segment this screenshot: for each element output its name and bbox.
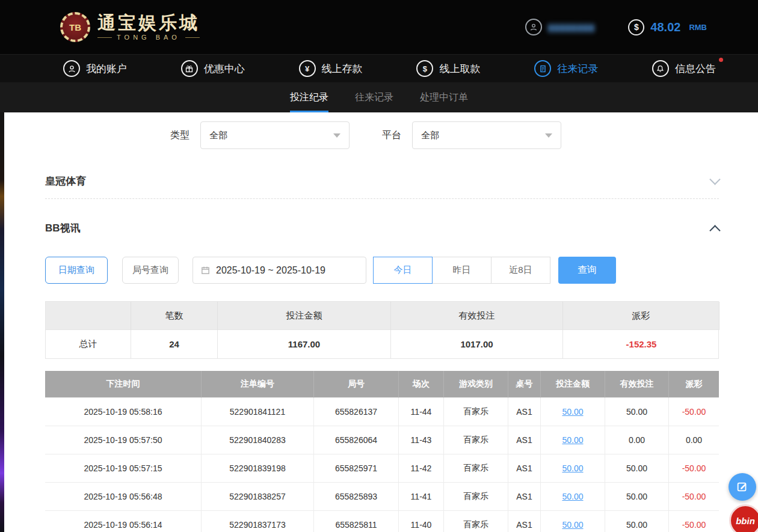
- gift-icon: [181, 60, 198, 77]
- valid-bet-cell: 50.00: [605, 511, 669, 532]
- table-no-cell: AS1: [508, 426, 541, 454]
- bet-records-table: 下注时间 注单编号 局号 场次 游戏类别 桌号 投注金额 有效投注 派彩 202…: [45, 371, 719, 532]
- table-row: 2025-10-19 05:56:14 522901837173 6558258…: [45, 511, 719, 532]
- query-toolbar: 日期查询 局号查询 2025-10-19 ~ 2025-10-19 今日 昨日 …: [45, 257, 719, 284]
- bet-time-cell: 2025-10-19 05:57:15: [45, 454, 202, 483]
- summary-bet-value: 1167.00: [218, 330, 391, 358]
- nav-item-deposit[interactable]: ¥ 线上存款: [299, 60, 363, 77]
- summary-header-valid: 有效投注: [391, 302, 563, 330]
- section-crown-sports: 皇冠体育: [45, 174, 719, 188]
- table-no-cell: AS1: [508, 454, 541, 483]
- table-row: 2025-10-19 05:56:48 522901838257 6558258…: [45, 483, 719, 511]
- last-8-days-button[interactable]: 近8日: [491, 257, 550, 284]
- platform-select-value: 全部: [421, 130, 439, 141]
- bet-amount-link[interactable]: 50.00: [541, 398, 605, 426]
- yesterday-button[interactable]: 昨日: [432, 257, 491, 284]
- type-select[interactable]: 全部: [200, 121, 350, 149]
- section-title-crown-sports: 皇冠体育: [45, 174, 86, 188]
- game-type-cell: 百家乐: [444, 426, 508, 454]
- customer-service-chat-button[interactable]: [729, 473, 756, 501]
- order-id-cell: 522901837173: [202, 511, 314, 532]
- section-title-bb-video: BB视讯: [45, 221, 81, 235]
- nav-label: 我的账户: [86, 62, 127, 76]
- bet-time-cell: 2025-10-19 05:56:14: [45, 511, 202, 532]
- balance-amount: 48.02: [650, 20, 680, 34]
- valid-bet-cell: 0.00: [605, 426, 669, 454]
- type-filter-label: 类型: [170, 129, 190, 142]
- chevron-down-icon: [333, 133, 340, 138]
- date-range-input[interactable]: 2025-10-19 ~ 2025-10-19: [193, 257, 366, 284]
- col-header-table-no: 桌号: [508, 371, 541, 398]
- payout-cell: 0.00: [669, 426, 719, 454]
- table-row: 2025-10-19 05:57:50 522901840283 6558260…: [45, 426, 719, 454]
- nav-label: 线上取款: [439, 62, 480, 76]
- round-query-button[interactable]: 局号查询: [122, 257, 179, 284]
- chip-text: TB: [69, 22, 81, 32]
- brand-logo[interactable]: TB 通宝娱乐城 TONG BAO: [60, 12, 200, 42]
- payout-cell: -50.00: [669, 511, 719, 532]
- nav-label: 往来记录: [557, 62, 598, 76]
- summary-header-row: 笔数 投注金额 有效投注 派彩: [46, 302, 718, 330]
- withdraw-coin-icon: $: [416, 60, 433, 77]
- content-area: 类型 全部 平台 全部 皇冠体育 BB视讯 日期查询: [0, 112, 758, 532]
- bet-amount-link[interactable]: 50.00: [541, 454, 605, 483]
- user-account-box[interactable]: ▮▮▮▮▮▮▮▮: [525, 19, 595, 35]
- today-button[interactable]: 今日: [373, 257, 433, 284]
- summary-header-count: 笔数: [131, 302, 218, 330]
- col-header-payout: 派彩: [669, 371, 719, 398]
- session-cell: 11-44: [399, 398, 444, 426]
- game-type-cell: 百家乐: [444, 398, 508, 426]
- table-no-cell: AS1: [508, 398, 541, 426]
- section-bb-video: BB视讯: [45, 221, 719, 235]
- date-range-value: 2025-10-19 ~ 2025-10-19: [216, 265, 325, 276]
- date-query-button[interactable]: 日期查询: [45, 257, 108, 284]
- nav-item-announcements[interactable]: 信息公告: [652, 60, 716, 77]
- collapse-chevron-up-icon[interactable]: [709, 225, 720, 236]
- summary-table: 笔数 投注金额 有效投注 派彩 总计 24 1167.00 1017.00 -1…: [45, 301, 719, 359]
- summary-total-row: 总计 24 1167.00 1017.00 -152.35: [46, 330, 718, 358]
- summary-header-bet: 投注金额: [218, 302, 391, 330]
- game-type-cell: 百家乐: [444, 483, 508, 511]
- session-cell: 11-41: [399, 483, 444, 511]
- tab-bet-records[interactable]: 投注纪录: [290, 82, 328, 112]
- bet-amount-link[interactable]: 50.00: [541, 483, 605, 511]
- balance-box[interactable]: $ 48.02 RMB: [628, 19, 707, 35]
- search-button[interactable]: 查询: [558, 257, 616, 284]
- records-icon: [534, 60, 551, 77]
- brand-name: 通宝娱乐城: [97, 13, 200, 32]
- valid-bet-cell: 50.00: [605, 398, 669, 426]
- username-masked: ▮▮▮▮▮▮▮▮: [548, 22, 595, 33]
- expand-chevron-down-icon[interactable]: [709, 174, 720, 185]
- page: TB 通宝娱乐城 TONG BAO ▮▮▮▮▮▮▮▮ $ 48.02 RMB: [0, 0, 758, 532]
- brand-subtitle: TONG BAO: [97, 34, 200, 41]
- nav-item-withdraw[interactable]: $ 线上取款: [416, 60, 480, 77]
- session-cell: 11-43: [399, 426, 444, 454]
- poker-chip-icon: TB: [60, 12, 90, 42]
- summary-header-empty: [46, 302, 131, 330]
- tab-transaction-records[interactable]: 往来记录: [355, 82, 393, 112]
- table-row: 2025-10-19 05:57:15 522901839198 6558259…: [45, 454, 719, 483]
- col-header-game-type: 游戏类别: [444, 371, 508, 398]
- col-header-order-id: 注单编号: [202, 371, 314, 398]
- valid-bet-cell: 50.00: [605, 483, 669, 511]
- game-type-cell: 百家乐: [444, 511, 508, 532]
- bet-time-cell: 2025-10-19 05:58:16: [45, 398, 202, 426]
- filter-row: 类型 全部 平台 全部: [0, 121, 758, 149]
- background-artifact: [0, 112, 4, 532]
- round-cell: 655826064: [314, 426, 399, 454]
- bet-amount-link[interactable]: 50.00: [541, 511, 605, 532]
- bbin-logo-button[interactable]: bbin: [729, 504, 758, 532]
- edit-note-icon: [736, 480, 749, 494]
- nav-item-my-account[interactable]: 我的账户: [63, 60, 127, 77]
- quick-date-group: 今日 昨日 近8日: [373, 257, 550, 284]
- table-row: 2025-10-19 05:58:16 522901841121 6558261…: [45, 398, 719, 426]
- nav-item-records[interactable]: 往来记录: [534, 60, 598, 77]
- summary-payout-value: -152.35: [563, 330, 719, 358]
- platform-select[interactable]: 全部: [412, 121, 561, 149]
- order-id-cell: 522901841121: [202, 398, 314, 426]
- nav-item-promotions[interactable]: 优惠中心: [181, 60, 245, 77]
- sub-navigation: 投注纪录 往来记录 处理中订单: [0, 82, 758, 112]
- bet-amount-link[interactable]: 50.00: [541, 426, 605, 454]
- table-header-row: 下注时间 注单编号 局号 场次 游戏类别 桌号 投注金额 有效投注 派彩: [45, 371, 719, 398]
- tab-processing-orders[interactable]: 处理中订单: [420, 82, 468, 112]
